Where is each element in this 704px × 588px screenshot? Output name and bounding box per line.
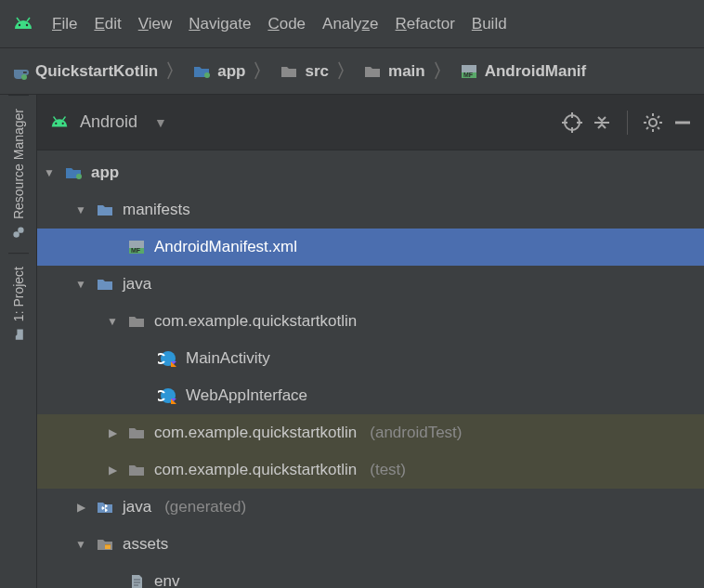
chevron-icon: 〉 <box>251 59 273 84</box>
expand-arrow-icon[interactable]: ▼ <box>74 203 87 216</box>
manifest-icon <box>126 238 147 256</box>
file-icon <box>126 572 147 588</box>
project-tab-icon <box>11 327 26 342</box>
project-tree[interactable]: ▼ app ▼ manifests ▼ AndroidManifest.xml … <box>37 150 704 588</box>
menu-file[interactable]: File <box>52 15 77 33</box>
expand-arrow-icon[interactable]: ▼ <box>106 315 119 328</box>
project-view-selector[interactable]: Android ▼ <box>48 112 167 132</box>
module-folder-icon <box>191 62 212 81</box>
expand-arrow-icon[interactable]: ▼ <box>74 538 87 551</box>
tree-node-java[interactable]: ▼ java <box>37 266 704 303</box>
folder-icon <box>95 201 115 219</box>
kotlin-class-icon <box>158 386 178 405</box>
project-panel-header: Android ▼ <box>37 95 704 150</box>
expand-arrow-icon[interactable]: ▼ <box>43 166 56 179</box>
tree-node-webapp-interface[interactable]: ▼ WebAppInterface <box>37 377 704 414</box>
menu-refactor[interactable]: Refactor <box>396 15 455 33</box>
breadcrumb: QuickstartKotlin 〉 app 〉 src 〉 main 〉 An… <box>0 48 704 95</box>
tree-node-android-test-pkg[interactable]: ▶ com.example.quickstartkotlin (androidT… <box>37 414 704 451</box>
tab-resource-manager[interactable]: Resource Manager <box>8 95 29 253</box>
tree-node-manifests[interactable]: ▼ manifests <box>37 191 704 229</box>
settings-button[interactable] <box>643 112 663 133</box>
package-icon <box>126 461 147 479</box>
crumb-project[interactable]: QuickstartKotlin <box>9 62 158 81</box>
tool-window-strip: Resource Manager 1: Project <box>0 95 37 588</box>
chevron-icon: 〉 <box>334 59 357 84</box>
tree-node-test-pkg[interactable]: ▶ com.example.quickstartkotlin (test) <box>37 451 704 489</box>
android-logo-icon <box>11 12 35 36</box>
menu-code[interactable]: Code <box>267 15 306 33</box>
project-cup-icon <box>9 62 30 81</box>
hide-panel-button[interactable] <box>672 112 693 133</box>
package-icon <box>126 312 147 331</box>
crumb-src[interactable]: src <box>279 62 329 81</box>
resource-manager-icon <box>11 225 26 240</box>
menu-edit[interactable]: Edit <box>94 15 121 33</box>
generated-folder-icon <box>95 498 115 516</box>
menu-navigate[interactable]: Navigate <box>189 15 251 33</box>
tree-node-manifest-file[interactable]: ▼ AndroidManifest.xml <box>37 229 704 266</box>
expand-arrow-icon[interactable]: ▼ <box>74 278 87 291</box>
tree-node-env[interactable]: ▼ env <box>37 563 704 588</box>
expand-arrow-icon[interactable]: ▶ <box>106 426 119 439</box>
tree-node-package[interactable]: ▼ com.example.quickstartkotlin <box>37 303 704 340</box>
chevron-icon: 〉 <box>163 59 186 84</box>
menu-view[interactable]: View <box>138 15 173 33</box>
collapse-all-button[interactable] <box>592 112 612 133</box>
manifest-icon <box>459 62 479 81</box>
module-folder-icon <box>63 163 84 182</box>
expand-arrow-icon[interactable]: ▶ <box>106 464 119 477</box>
expand-arrow-icon[interactable]: ▶ <box>74 501 87 514</box>
folder-icon <box>95 275 115 294</box>
tree-node-app[interactable]: ▼ app <box>37 154 704 191</box>
tree-node-java-generated[interactable]: ▶ java (generated) <box>37 489 704 526</box>
package-icon <box>126 424 147 442</box>
tree-node-assets[interactable]: ▼ assets <box>37 526 704 563</box>
kotlin-class-icon <box>158 349 178 368</box>
chevron-icon: 〉 <box>431 59 453 84</box>
menu-bar: File Edit View Navigate Code Analyze Ref… <box>0 0 704 48</box>
crumb-file[interactable]: AndroidManif <box>459 62 587 81</box>
tree-node-main-activity[interactable]: ▼ MainActivity <box>37 340 704 377</box>
menu-build[interactable]: Build <box>472 15 507 33</box>
crumb-main[interactable]: main <box>362 62 425 81</box>
chevron-down-icon: ▼ <box>154 115 167 130</box>
android-view-icon <box>48 113 71 132</box>
crumb-module[interactable]: app <box>191 62 245 81</box>
separator <box>627 111 628 135</box>
select-opened-file-button[interactable] <box>562 112 582 133</box>
folder-icon <box>279 62 299 81</box>
assets-folder-icon <box>95 535 115 554</box>
project-panel: Android ▼ ▼ app ▼ manifests ▼ AndroidMan… <box>37 95 704 588</box>
folder-icon <box>362 62 383 81</box>
menu-analyze[interactable]: Analyze <box>322 15 379 33</box>
tab-project[interactable]: 1: Project <box>8 253 29 355</box>
